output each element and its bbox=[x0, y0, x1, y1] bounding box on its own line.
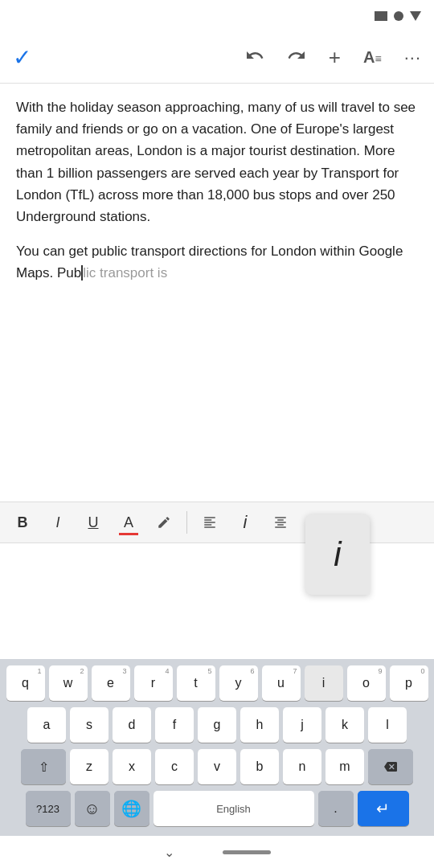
document-content[interactable]: With the holiday season approaching, man… bbox=[0, 84, 434, 502]
popup-key-i: i bbox=[305, 514, 370, 595]
key-s[interactable]: s bbox=[70, 707, 108, 743]
bold-button[interactable]: B bbox=[6, 506, 39, 538]
keyboard-row-2: a s d f g h j k l bbox=[0, 707, 434, 743]
key-w[interactable]: w2 bbox=[49, 665, 88, 701]
shift-key[interactable]: ⇧ bbox=[21, 749, 66, 784]
signal-icon bbox=[394, 11, 403, 21]
space-key[interactable]: English bbox=[154, 791, 314, 826]
key-g[interactable]: g bbox=[198, 707, 236, 743]
more-button[interactable]: ··· bbox=[404, 47, 421, 68]
keyboard-row-4: ?123 ☺ 🌐 English . ↵ bbox=[0, 791, 434, 826]
pen-button[interactable] bbox=[148, 506, 180, 538]
key-c[interactable]: c bbox=[155, 749, 194, 784]
key-j[interactable]: j bbox=[283, 707, 321, 743]
italic-button[interactable]: I bbox=[42, 506, 74, 538]
key-l[interactable]: l bbox=[368, 707, 407, 743]
period-key[interactable]: . bbox=[318, 791, 354, 826]
format-button[interactable]: A≡ bbox=[363, 48, 382, 67]
keyboard: q1 w2 e3 r4 t5 y6 u7 i o9 p0 a s d f g h… bbox=[0, 659, 434, 836]
bottom-bar: ⌄ bbox=[0, 836, 434, 868]
add-button[interactable]: + bbox=[329, 45, 341, 70]
emoji-key[interactable]: ☺ bbox=[75, 791, 110, 826]
keyboard-row-3: ⇧ z x c v b n m bbox=[0, 749, 434, 784]
key-o[interactable]: o9 bbox=[347, 665, 386, 701]
battery-icon bbox=[375, 11, 387, 21]
redo-button[interactable] bbox=[287, 46, 306, 70]
key-a[interactable]: a bbox=[27, 707, 66, 743]
paragraph-1: With the holiday season approaching, man… bbox=[16, 96, 418, 227]
enter-key[interactable]: ↵ bbox=[358, 791, 409, 826]
key-m[interactable]: m bbox=[326, 749, 364, 784]
key-b[interactable]: b bbox=[240, 749, 279, 784]
key-f[interactable]: f bbox=[155, 707, 194, 743]
align-center-button[interactable] bbox=[264, 506, 297, 538]
key-y[interactable]: y6 bbox=[219, 665, 258, 701]
key-e[interactable]: e3 bbox=[92, 665, 130, 701]
home-indicator bbox=[223, 850, 271, 854]
collapse-button[interactable]: ⌄ bbox=[164, 845, 174, 860]
globe-key[interactable]: 🌐 bbox=[114, 791, 149, 826]
italic-key-button[interactable]: i bbox=[229, 506, 261, 538]
underline-button[interactable]: U bbox=[77, 506, 109, 538]
key-i[interactable]: i bbox=[305, 665, 343, 701]
key-z[interactable]: z bbox=[70, 749, 108, 784]
keyboard-row-1: q1 w2 e3 r4 t5 y6 u7 i o9 p0 bbox=[0, 665, 434, 701]
toolbar-actions: + A≡ ··· bbox=[245, 45, 421, 70]
key-q[interactable]: q1 bbox=[6, 665, 45, 701]
status-bar bbox=[0, 0, 434, 32]
key-d[interactable]: d bbox=[113, 707, 151, 743]
num-sym-key[interactable]: ?123 bbox=[26, 791, 71, 826]
key-t[interactable]: t5 bbox=[177, 665, 215, 701]
align-left-button[interactable] bbox=[194, 506, 226, 538]
key-v[interactable]: v bbox=[198, 749, 236, 784]
key-n[interactable]: n bbox=[283, 749, 321, 784]
wifi-icon bbox=[410, 11, 421, 21]
key-x[interactable]: x bbox=[113, 749, 151, 784]
paragraph-2: You can get public transport directions … bbox=[16, 240, 418, 284]
key-k[interactable]: k bbox=[326, 707, 364, 743]
main-toolbar: ✓ + A≡ ··· bbox=[0, 32, 434, 84]
undo-button[interactable] bbox=[245, 46, 264, 70]
key-u[interactable]: u7 bbox=[262, 665, 301, 701]
text-color-button[interactable]: A bbox=[113, 506, 145, 538]
key-p[interactable]: p0 bbox=[390, 665, 428, 701]
key-h[interactable]: h bbox=[240, 707, 279, 743]
backspace-key[interactable] bbox=[368, 749, 413, 784]
divider-1 bbox=[186, 511, 187, 534]
key-r[interactable]: r4 bbox=[134, 665, 173, 701]
check-button[interactable]: ✓ bbox=[13, 44, 31, 71]
